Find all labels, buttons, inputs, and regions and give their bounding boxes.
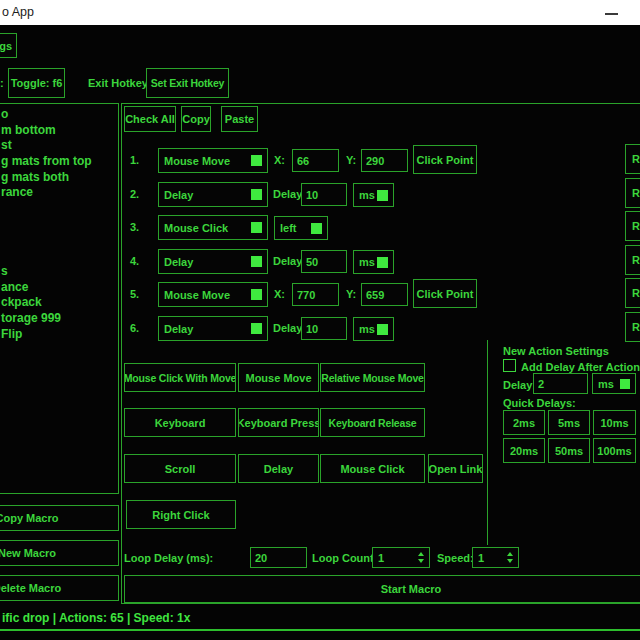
spinner-down-icon[interactable]	[418, 559, 424, 563]
spinner-up-icon[interactable]	[507, 552, 513, 556]
add-mouse-move-button[interactable]: Mouse Move	[238, 363, 319, 392]
add-mouse-click-with-move-button[interactable]: Mouse Click With Move	[124, 363, 236, 392]
dropdown-indicator-icon	[377, 190, 388, 201]
set-exit-hotkey-button[interactable]: Set Exit Hotkey	[146, 68, 229, 98]
unit-dropdown[interactable]: ms	[353, 183, 394, 207]
macro-list-item[interactable]: g mats both	[0, 170, 118, 186]
quick-delay-50ms-button[interactable]: 50ms	[548, 438, 590, 463]
paste-button[interactable]: Paste	[221, 106, 258, 132]
action-number: 1.	[130, 153, 139, 167]
copy-macro-button[interactable]: Copy Macro	[0, 505, 119, 531]
x-input[interactable]	[292, 283, 339, 306]
add-relative-mouse-move-button[interactable]: Relative Mouse Move	[320, 363, 425, 392]
toggle-hotkey-button[interactable]: Toggle: f6	[8, 68, 65, 98]
macro-list-item[interactable]	[0, 248, 118, 264]
dropdown-indicator-icon	[251, 289, 262, 300]
click-point-button[interactable]: Click Point	[413, 145, 477, 174]
macro-list-item[interactable]: st	[0, 138, 118, 154]
speed-stepper[interactable]: 1	[472, 547, 519, 568]
action-type-dropdown[interactable]: Mouse Move	[158, 282, 268, 307]
macro-list-item[interactable]: ckpack	[0, 295, 118, 311]
macro-list-item[interactable]	[0, 201, 118, 217]
macro-list-item[interactable]: s	[0, 264, 118, 280]
action-type-dropdown[interactable]: Mouse Move	[158, 148, 268, 173]
action-type-dropdown[interactable]: Mouse Click	[158, 215, 268, 240]
loop-delay-input[interactable]	[250, 547, 307, 568]
macro-list-item[interactable]: g mats from top	[0, 154, 118, 170]
add-delay-button[interactable]: Delay	[238, 454, 319, 483]
y-input[interactable]	[361, 283, 408, 306]
remove-action-button[interactable]: R	[625, 312, 640, 342]
unit-value: ms	[354, 189, 377, 201]
delete-macro-button[interactable]: Delete Macro	[0, 575, 119, 601]
unit-value: ms	[354, 323, 377, 335]
quick-delay-2ms-button[interactable]: 2ms	[503, 410, 545, 435]
quick-delay-100ms-button[interactable]: 100ms	[593, 438, 636, 463]
mouse-button-dropdown[interactable]: left	[274, 216, 328, 240]
action-number: 2.	[130, 187, 139, 201]
mouse-button-value: left	[275, 222, 311, 234]
settings-unit-value: ms	[593, 378, 620, 390]
copy-button[interactable]: Copy	[181, 106, 211, 132]
remove-action-button[interactable]: R	[625, 245, 640, 275]
add-right-click-button[interactable]: Right Click	[126, 500, 236, 529]
macro-list-item[interactable]: rance	[0, 185, 118, 201]
dropdown-indicator-icon	[251, 323, 262, 334]
loop-count-stepper[interactable]: 1	[372, 547, 430, 568]
delay-input[interactable]	[301, 250, 347, 273]
remove-action-button[interactable]: R	[625, 144, 640, 174]
macro-list-item[interactable]: Flip	[0, 327, 118, 343]
action-type-dropdown[interactable]: Delay	[158, 316, 268, 341]
add-mouse-click-button[interactable]: Mouse Click	[320, 454, 425, 483]
quick-delay-5ms-button[interactable]: 5ms	[548, 410, 590, 435]
macro-list-item[interactable]: m bottom	[0, 123, 118, 139]
add-keyboard-release-button[interactable]: Keyboard Release	[320, 408, 425, 437]
stepper-arrows[interactable]	[507, 552, 513, 563]
new-macro-button[interactable]: New Macro	[0, 540, 119, 566]
x-input[interactable]	[292, 149, 339, 172]
macro-list[interactable]: o m bottom st g mats from top g mats bot…	[0, 103, 119, 494]
add-keyboard-button[interactable]: Keyboard	[124, 408, 236, 437]
add-open-link-button[interactable]: Open Link	[428, 454, 483, 483]
quick-delay-10ms-button[interactable]: 10ms	[593, 410, 636, 435]
spinner-down-icon[interactable]	[507, 559, 513, 563]
action-type-dropdown[interactable]: Delay	[158, 249, 268, 274]
add-keyboard-press-button[interactable]: Keyboard Press	[238, 408, 319, 437]
macro-list-item[interactable]	[0, 217, 118, 233]
title-bar	[0, 0, 640, 25]
macro-list-item[interactable]: ance	[0, 280, 118, 296]
remove-action-button[interactable]: R	[625, 178, 640, 208]
speed-label: Speed:	[437, 551, 474, 565]
check-all-button[interactable]: Check All	[124, 106, 176, 132]
remove-action-button[interactable]: R	[625, 278, 640, 308]
action-type-dropdown[interactable]: Delay	[158, 182, 268, 207]
macro-list-item[interactable]: o	[0, 107, 118, 123]
add-scroll-button[interactable]: Scroll	[124, 454, 236, 483]
macro-list-item[interactable]	[0, 233, 118, 249]
settings-unit-dropdown[interactable]: ms	[592, 373, 636, 394]
add-delay-after-action-checkbox[interactable]	[503, 359, 516, 372]
delay-input[interactable]	[301, 183, 347, 206]
quick-delays-label: Quick Delays:	[503, 396, 576, 410]
delay-input[interactable]	[301, 317, 347, 340]
stepper-arrows[interactable]	[418, 552, 424, 563]
x-label: X:	[274, 153, 285, 167]
macro-list-item[interactable]: torage 999	[0, 311, 118, 327]
click-point-button[interactable]: Click Point	[413, 279, 477, 308]
dropdown-indicator-icon	[251, 256, 262, 267]
spinner-up-icon[interactable]	[418, 552, 424, 556]
quick-delay-20ms-button[interactable]: 20ms	[503, 438, 545, 463]
unit-dropdown[interactable]: ms	[353, 317, 394, 341]
delay-label: Delay	[273, 254, 302, 268]
tab-settings[interactable]: gs	[0, 33, 17, 58]
dropdown-indicator-icon	[311, 223, 322, 234]
y-input[interactable]	[361, 149, 408, 172]
y-label: Y:	[346, 287, 356, 301]
action-number: 5.	[130, 287, 139, 301]
start-macro-button[interactable]: Start Macro	[124, 575, 640, 603]
loop-count-value: 1	[373, 552, 418, 564]
unit-dropdown[interactable]: ms	[353, 250, 394, 274]
minimize-icon[interactable]	[605, 13, 618, 15]
remove-action-button[interactable]: R	[625, 211, 640, 241]
settings-delay-input[interactable]	[533, 373, 588, 394]
